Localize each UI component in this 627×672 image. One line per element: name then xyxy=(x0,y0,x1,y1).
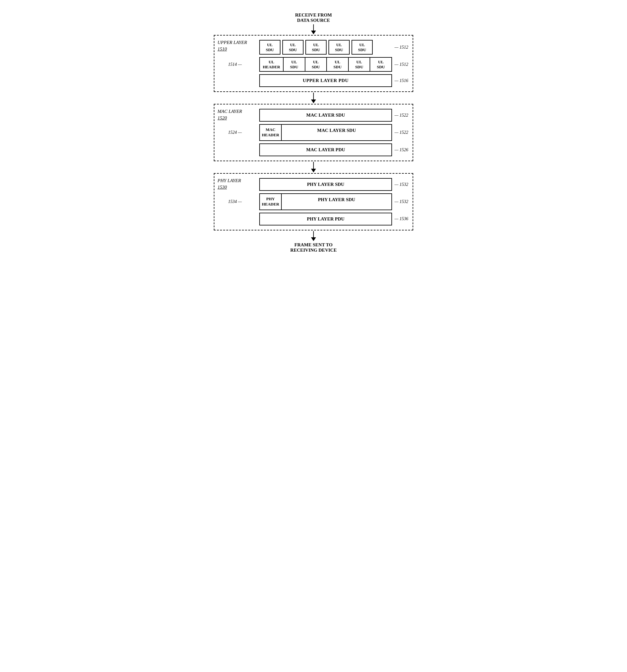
top-label: RECEIVE FROM DATA SOURCE xyxy=(295,13,332,23)
ref-1514: 1514 — xyxy=(228,62,242,67)
ref-1534: 1534 — xyxy=(228,199,242,204)
ref-1512-row1: — 1512 xyxy=(395,45,408,50)
ref-1522-row2: — 1522 xyxy=(395,130,408,135)
mac-header: MACHEADER xyxy=(259,124,282,141)
ul-sdu-r2-4: ULSDU xyxy=(349,57,371,72)
mac-layer-title: MAC LAYER 1520 xyxy=(218,108,242,121)
arrow-bottom xyxy=(311,231,316,241)
phy-sdu-row2: PHY LAYER SDU xyxy=(282,193,392,210)
ul-sdu-r2-1: ULSDU xyxy=(283,57,305,72)
phy-layer-box: PHY LAYER 1530 PHY LAYER SDU — 1532 1534… xyxy=(214,173,413,231)
ref-1522-row1: — 1522 xyxy=(395,113,408,118)
mac-layer-box: MAC LAYER 1520 MAC LAYER SDU — 1522 1524… xyxy=(214,104,413,161)
ref-1532-row2: — 1532 xyxy=(395,199,408,204)
ref-1536: — 1536 xyxy=(395,216,408,221)
arrow-upper-to-mac xyxy=(311,93,316,103)
ul-header: ULHEADER xyxy=(259,57,283,72)
ref-1512-row2: — 1512 xyxy=(395,62,408,67)
arrow-mac-to-phy xyxy=(311,162,316,172)
ul-sdu-r2-3: ULSDU xyxy=(327,57,349,72)
phy-layer-title: PHY LAYER 1530 xyxy=(218,177,241,191)
ref-1524: 1524 — xyxy=(228,130,242,135)
mac-sdu-row2: MAC LAYER SDU xyxy=(282,124,392,141)
ul-sdu-5: ULSDU xyxy=(352,40,373,54)
upper-layer-title: UPPER LAYER 1510 xyxy=(218,39,247,52)
ul-sdu-1: ULSDU xyxy=(259,40,280,54)
phy-header: PHYHEADER xyxy=(259,193,282,210)
ul-sdu-r2-5: ULSDU xyxy=(370,57,392,72)
bottom-label: FRAME SENT TO RECEIVING DEVICE xyxy=(291,242,337,253)
mac-sdu-row1: MAC LAYER SDU xyxy=(259,109,392,122)
arrow-top xyxy=(311,24,316,34)
ref-1516: — 1516 xyxy=(395,78,408,83)
ul-sdu-3: ULSDU xyxy=(305,40,327,54)
ul-sdu-r2-2: ULSDU xyxy=(305,57,327,72)
mac-layer-pdu: MAC LAYER PDU xyxy=(259,143,392,156)
phy-layer-pdu: PHY LAYER PDU xyxy=(259,213,392,225)
ul-sdu-4: ULSDU xyxy=(328,40,350,54)
ref-1526: — 1526 xyxy=(395,147,408,152)
ref-1532-row1: — 1532 xyxy=(395,182,408,187)
ul-sdu-2: ULSDU xyxy=(282,40,303,54)
upper-layer-box: UPPER LAYER 1510 ULSDU ULSDU ULSDU ULSDU… xyxy=(214,35,413,92)
upper-layer-pdu: UPPER LAYER PDU xyxy=(259,74,392,87)
phy-sdu-row1: PHY LAYER SDU xyxy=(259,178,392,191)
